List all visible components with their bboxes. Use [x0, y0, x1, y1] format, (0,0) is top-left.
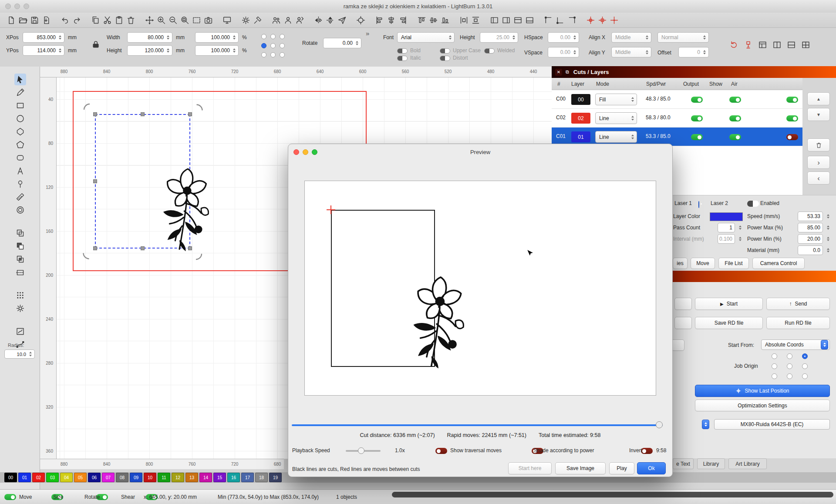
align-top-icon[interactable] — [416, 14, 428, 26]
anchor-dot-1[interactable] — [270, 34, 276, 39]
palette-color-18[interactable]: 18 — [255, 473, 268, 482]
show-toggle[interactable] — [729, 134, 741, 140]
capture-camera-icon[interactable] — [202, 14, 214, 26]
save-file-icon[interactable] — [29, 14, 40, 26]
job-origin-radio-7[interactable] — [787, 373, 792, 379]
undo-icon[interactable] — [59, 14, 71, 26]
next-layer-button[interactable]: › — [807, 156, 830, 169]
preview-window-icon[interactable] — [221, 14, 233, 26]
resize-handle[interactable] — [93, 112, 97, 116]
align-y-select[interactable]: Middle — [611, 47, 651, 57]
offset-input[interactable]: 0 — [678, 47, 709, 57]
select-icon[interactable] — [14, 74, 26, 85]
progress-knob[interactable] — [656, 421, 663, 428]
text-style-select[interactable]: Normal — [657, 32, 709, 43]
ungroup-icon[interactable] — [282, 14, 294, 26]
anchor-dot-4[interactable] — [270, 43, 276, 48]
move-toggle[interactable] — [4, 494, 16, 500]
cut-icon[interactable] — [101, 14, 113, 26]
new-file-icon[interactable] — [5, 14, 17, 26]
stepper[interactable] — [231, 33, 237, 42]
stepper[interactable] — [165, 46, 171, 55]
tab-file-list[interactable]: File List — [718, 258, 749, 269]
boolean-intersect-icon[interactable] — [14, 253, 26, 265]
dock-right-icon[interactable] — [500, 14, 512, 26]
xpos-input[interactable]: 853.000 — [23, 32, 64, 43]
layer-color-chip[interactable]: 00 — [571, 94, 590, 105]
close-panel-icon[interactable]: ✕ — [555, 69, 562, 76]
height-percent-input[interactable]: 100.000 — [195, 45, 239, 56]
stepper[interactable] — [231, 46, 237, 55]
preview-progress-slider[interactable] — [292, 424, 663, 426]
layer-color-chip[interactable]: 01 — [571, 131, 590, 142]
maximize-icon[interactable] — [24, 3, 29, 9]
stepper[interactable] — [701, 48, 707, 57]
start-button[interactable]: ▶Start — [695, 298, 763, 310]
play-button[interactable]: Play — [609, 462, 634, 474]
anchor-dot-6[interactable] — [261, 52, 266, 57]
text-icon[interactable] — [14, 165, 26, 177]
invert-toggle[interactable] — [641, 448, 653, 454]
material-input[interactable]: 0.0 — [798, 245, 823, 255]
show-traversal-toggle[interactable] — [435, 448, 447, 454]
delete-icon[interactable] — [125, 14, 137, 26]
copy-icon[interactable] — [90, 14, 101, 26]
playback-knob[interactable] — [358, 447, 364, 454]
rotate-handle[interactable] — [83, 103, 91, 113]
layer-mode-select[interactable]: Line — [595, 131, 637, 143]
paste-icon[interactable] — [113, 14, 125, 26]
rotate-handle[interactable] — [194, 104, 204, 112]
array-icon[interactable] — [14, 289, 26, 301]
anchor-dot-2[interactable] — [280, 34, 285, 39]
settings-icon[interactable] — [240, 14, 252, 26]
bold-toggle[interactable] — [397, 48, 408, 54]
resize-handle[interactable] — [93, 179, 97, 183]
job-origin-radio-0[interactable] — [772, 353, 777, 359]
palette-color-07[interactable]: 07 — [102, 473, 115, 482]
minimize-icon[interactable] — [14, 3, 20, 9]
resize-handle[interactable] — [141, 246, 145, 250]
stepper[interactable] — [737, 223, 743, 232]
anchor-dot-0[interactable] — [261, 34, 266, 39]
rotate-reset-icon[interactable] — [728, 39, 740, 51]
output-toggle[interactable] — [691, 97, 703, 103]
flower-artwork[interactable] — [157, 162, 213, 253]
device-settings-icon[interactable] — [252, 14, 263, 26]
laser1-radio[interactable] — [698, 201, 699, 208]
tab-camera-control[interactable]: Camera Control — [752, 258, 805, 269]
job-origin-radio-2[interactable] — [802, 353, 808, 359]
font-select[interactable]: Arial — [397, 32, 455, 43]
draw-lines-icon[interactable] — [14, 87, 26, 98]
output-toggle[interactable] — [691, 115, 703, 121]
palette-color-14[interactable]: 14 — [199, 473, 212, 482]
height-input[interactable]: 120.000 — [127, 45, 172, 56]
width-input[interactable]: 80.000 — [127, 32, 172, 43]
anchor-dot-7[interactable] — [270, 52, 276, 57]
open-file-icon[interactable] — [17, 14, 29, 26]
corner-bottom-left-icon[interactable] — [554, 14, 566, 26]
align-left-icon[interactable] — [374, 14, 385, 26]
job-origin-radio-6[interactable] — [772, 373, 777, 379]
prev-layer-button[interactable]: ‹ — [807, 171, 830, 185]
mirror-vertical-icon[interactable] — [324, 14, 336, 26]
align-center-h-icon[interactable] — [385, 14, 397, 26]
clipped-button[interactable] — [674, 317, 692, 329]
tab-move[interactable]: Move — [691, 258, 715, 269]
corner-top-right-icon[interactable] — [566, 14, 578, 26]
close-icon[interactable] — [5, 3, 11, 9]
power-min-input[interactable]: 20.00 — [798, 234, 823, 244]
lock-icon[interactable] — [91, 39, 100, 51]
dock-top-icon[interactable] — [512, 14, 524, 26]
power-max-input[interactable]: 85.00 — [798, 223, 823, 232]
rotate-input[interactable]: 0.00 — [323, 38, 361, 48]
toolbar-overflow-button[interactable]: » — [366, 30, 369, 37]
layer-mode-select[interactable]: Line — [595, 112, 637, 124]
group-icon[interactable] — [270, 14, 282, 26]
layer-color-swatch[interactable] — [710, 212, 743, 221]
speed-input[interactable]: 53.33 — [798, 212, 823, 221]
radius-input[interactable]: 10.0 — [4, 349, 35, 359]
vspace-input[interactable]: 0.00 — [548, 47, 579, 57]
horizontal-scrollbar[interactable] — [392, 492, 833, 497]
corner-top-left-icon[interactable] — [543, 14, 554, 26]
palette-color-16[interactable]: 16 — [227, 473, 240, 482]
